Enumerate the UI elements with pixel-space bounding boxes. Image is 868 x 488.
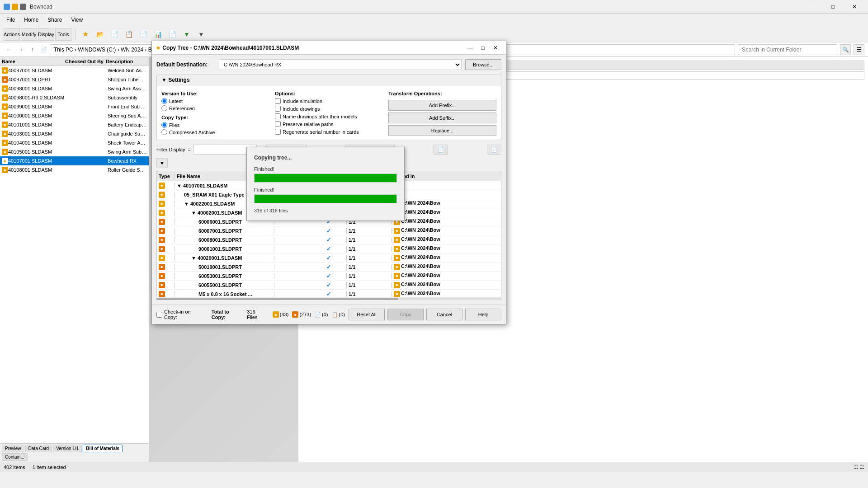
row-type-icon: ■ <box>159 237 165 243</box>
row-type-icon: ■ <box>159 273 165 279</box>
copy-type-label: Copy Type: <box>161 115 269 120</box>
dest-label: Default Destination: <box>156 61 215 68</box>
col-foundin-header: Found In <box>392 174 501 179</box>
checkin-option[interactable]: Check-in on Copy: <box>156 309 201 320</box>
footer-icons: ■ (43) ■ (273) 📄 (0) 📋 (0) <box>273 311 345 318</box>
other-count: (0) <box>339 312 345 317</box>
found-icon: ■ <box>394 228 400 234</box>
version-referenced-radio[interactable] <box>161 105 167 111</box>
option-preserve-check[interactable] <box>275 121 281 127</box>
option-regenerate[interactable]: Regenerate serial number in cards <box>275 129 383 135</box>
destination-row: Default Destination: C:\WN 2024\Bowhead … <box>156 59 501 70</box>
checkin-mark: ✓ <box>326 237 331 243</box>
progress-bar-fill-1 <box>255 174 396 182</box>
option-preserve[interactable]: Preserve relative paths <box>275 121 383 127</box>
option-drawings[interactable]: Include drawings <box>275 106 383 112</box>
row-type-icon: ■ <box>159 210 165 216</box>
progress-dialog: Copying tree... Finished! Finished! 316 … <box>246 147 405 221</box>
checkin-mark: ✓ <box>326 282 331 288</box>
table-row[interactable]: ■ 60055001.SLDPRT ✓ 1/1 ■C:\WN 2024\Bow <box>157 281 501 290</box>
checkin-mark: ✓ <box>326 255 331 261</box>
drw-icon: 📄 <box>315 312 321 318</box>
version-latest-option[interactable]: Latest <box>161 98 269 104</box>
horizontal-scrollbar[interactable] <box>156 298 501 300</box>
version-latest-radio[interactable] <box>161 98 167 104</box>
settings-title: ▼ Settings <box>157 75 501 85</box>
table-row[interactable]: ■ ▼ 40020001.SLDASM ✓ 1/1 ■C:\WN 2024\Bo… <box>157 253 501 263</box>
export-button[interactable]: 📄 <box>434 145 448 155</box>
settings-collapse-icon[interactable]: ▼ <box>161 77 167 83</box>
transform-label: Transform Operations: <box>388 91 496 96</box>
table-row[interactable]: ■ 60053001.SLDPRT ✓ 1/1 ■C:\WN 2024\Bow <box>157 272 501 281</box>
progress-bar-bg-2 <box>254 194 397 203</box>
scrollbar-thumb[interactable] <box>156 298 398 300</box>
dialog-close-button[interactable]: ✕ <box>490 43 501 53</box>
row-type-icon: ■ <box>159 201 165 207</box>
add-suffix-button[interactable]: Add Suffix... <box>388 113 496 123</box>
copy-files-option[interactable]: Files <box>161 122 269 128</box>
options-col: Options: Include simulation Include draw… <box>275 91 383 136</box>
dialog-overlay: ■ Copy Tree - C:\WN 2024\Bowhead\4010700… <box>0 0 868 488</box>
transform-btns: Add Prefix... Add Suffix... Replace... <box>388 100 496 136</box>
filter-icon-button[interactable]: ▼ <box>156 158 168 168</box>
copy-files-radio[interactable] <box>161 122 167 128</box>
footer-icon-4: 📋 (0) <box>332 312 345 318</box>
table-row[interactable]: ■ 60007001.SLDPRT ✓ 1/1 ■C:\WN 2024\Bow <box>157 226 501 235</box>
table-row[interactable]: ■ M5 x 0.8 x 16 Socket ... ✓ 1/1 ■C:\WN … <box>157 290 501 297</box>
option-simulation-check[interactable] <box>275 98 281 104</box>
copy-compressed-option[interactable]: Compressed Archive <box>161 129 269 135</box>
destination-select[interactable]: C:\WN 2024\Bowhead RX <box>219 59 462 70</box>
checkin-mark: ✓ <box>326 246 331 252</box>
found-icon: ■ <box>394 264 400 270</box>
row-type-icon: ■ <box>159 264 165 270</box>
table-row[interactable]: ■ 90001001.SLDPRT ✓ 1/1 ■C:\WN 2024\Bow <box>157 244 501 253</box>
options-label: Options: <box>275 91 383 96</box>
reset-all-button[interactable]: Reset All <box>349 309 385 320</box>
options-list: Include simulation Include drawings Name… <box>275 98 383 135</box>
help-button[interactable]: Help <box>465 309 501 320</box>
drw-count: (0) <box>322 312 328 317</box>
transform-col: Transform Operations: Add Prefix... Add … <box>388 91 496 136</box>
checkin-mark: ✓ <box>326 273 331 279</box>
option-regenerate-label: Regenerate serial number in cards <box>283 129 359 135</box>
footer-icon-1: ■ (43) <box>273 311 289 318</box>
dialog-title-bar: ■ Copy Tree - C:\WN 2024\Bowhead\4010700… <box>152 41 506 55</box>
prt-icon: ■ <box>292 311 298 318</box>
dialog-minimize-button[interactable]: — <box>464 43 476 53</box>
row-type-icon: ■ <box>159 228 165 234</box>
settings-section: ▼ Settings Version to Use: Latest <box>156 75 501 140</box>
add-prefix-button[interactable]: Add Prefix... <box>388 100 496 111</box>
checkin-check[interactable] <box>156 312 162 318</box>
row-type-icon: ■ <box>159 291 165 297</box>
option-simulation-label: Include simulation <box>283 99 322 104</box>
table-row[interactable]: ■ 50010001.SLDPRT ✓ 1/1 ■C:\WN 2024\Bow <box>157 263 501 272</box>
option-preserve-label: Preserve relative paths <box>283 122 334 127</box>
view-options-button[interactable]: 📄 <box>487 145 501 155</box>
option-name-drawings[interactable]: Name drawings after their models <box>275 113 383 119</box>
prt-count: (273) <box>299 312 311 317</box>
filter-eq: = <box>188 147 191 152</box>
footer-icon-3: 📄 (0) <box>315 312 328 318</box>
option-drawings-check[interactable] <box>275 106 281 112</box>
progress-label-2: Finished! <box>254 187 397 192</box>
copy-compressed-radio[interactable] <box>161 129 167 135</box>
replace-button[interactable]: Replace... <box>388 125 496 136</box>
dialog-maximize-button[interactable]: □ <box>477 43 489 53</box>
version-referenced-option[interactable]: Referenced <box>161 105 269 111</box>
browse-button[interactable]: Browse... <box>465 59 501 70</box>
progress-count: 316 of 316 files <box>254 208 397 213</box>
copy-files-label: Files <box>169 122 179 128</box>
copy-button[interactable]: Copy <box>387 309 424 320</box>
found-icon: ■ <box>394 237 400 243</box>
found-icon: ■ <box>394 246 400 252</box>
found-icon: ■ <box>394 282 400 288</box>
option-regenerate-check[interactable] <box>275 129 281 135</box>
copy-compressed-label: Compressed Archive <box>169 130 215 135</box>
dialog-title-text: Copy Tree - C:\WN 2024\Bowhead\40107001.… <box>162 45 462 51</box>
option-name-drawings-check[interactable] <box>275 113 281 119</box>
progress-item-1: Finished! <box>254 166 397 183</box>
cancel-button[interactable]: Cancel <box>426 309 462 320</box>
option-simulation[interactable]: Include simulation <box>275 98 383 104</box>
table-row[interactable]: ■ 60008001.SLDPRT ✓ 1/1 ■C:\WN 2024\Bow <box>157 235 501 244</box>
total-label: Total to Copy: <box>212 309 242 320</box>
